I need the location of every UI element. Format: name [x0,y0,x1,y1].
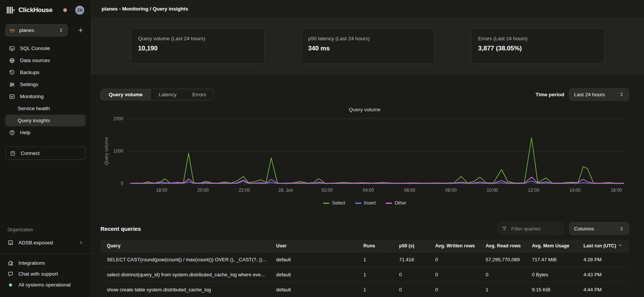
svg-text:02:00: 02:00 [321,188,333,193]
sidebar-item-label: Help [20,130,30,135]
backups-icon [9,70,15,76]
sidebar-item-label: Data sources [20,58,50,63]
svg-text:12:00: 12:00 [528,188,539,193]
chevron-right-icon [79,240,84,245]
query-cell: 57,295,770,069 [481,252,527,267]
time-period-label: Time period [536,92,564,97]
aws-icon: aws [9,28,16,33]
sidebar-footer-item-integrations[interactable]: Integrations [5,258,86,268]
stat-card: Errors (Last 24 hours)3,877 (38.05%) [471,28,605,64]
query-cell: 71.416 [395,252,431,267]
tab-errors[interactable]: Errors [184,89,214,100]
logo-text: ClickHouse [18,6,53,14]
column-header-label: Avg. Read rows [486,243,521,249]
query-cell: SELECT CAST(round(pow(count() / max(coun… [100,252,272,267]
column-header-last-run-utc-[interactable]: Last run (UTC) [579,240,629,252]
recent-queries-title: Recent queries [100,226,141,232]
organization-item[interactable]: ADSB.exposed [5,237,86,248]
query-cell: 0 [481,267,527,282]
column-header-label: Query [107,243,120,249]
service-selector[interactable]: aws planes [5,24,68,36]
svg-text:aws: aws [10,29,15,31]
column-header-avg-mem-usage[interactable]: Avg. Mem Usage [527,240,579,252]
stat-label: Errors (Last 24 hours) [478,36,597,41]
svg-text:0: 0 [121,181,123,186]
query-cell: 1 [481,282,527,297]
sidebar-footer: IntegrationsChat with supportAll systems… [5,258,86,290]
legend-label: Insert [364,200,376,206]
query-row[interactable]: show create table system.distributed_cac… [100,282,629,297]
column-header-p50-s-[interactable]: p50 (s) [395,240,431,252]
legend-item-other[interactable]: Other [382,200,410,206]
sidebar-item-backups[interactable]: Backups [5,67,86,78]
avatar[interactable]: ZN [75,6,84,15]
sidebar-item-data-sources[interactable]: Data sources [5,55,86,66]
chart-tabs: Query volumeLatencyErrors [100,89,214,100]
sql-console-icon [9,45,15,52]
column-header-label: Avg. Written rows [435,243,475,249]
recent-queries-table: QueryUserRunsp50 (s)Avg. Written rowsAvg… [100,240,629,297]
sidebar-item-monitoring[interactable]: Monitoring [5,91,86,102]
filter-queries-input[interactable] [510,226,555,232]
sidebar-footer-label: Chat with support [18,271,58,277]
filter-queries-box [497,222,564,235]
add-service-button[interactable] [75,25,86,36]
query-cell: 0 [431,252,481,267]
sidebar-footer-item-chat-with-support[interactable]: Chat with support [5,268,86,279]
column-header-user[interactable]: User [272,240,359,252]
legend-item-select[interactable]: Select [320,200,349,206]
connect-button[interactable]: Connect [5,147,86,160]
time-period-select[interactable]: Last 24 hours [569,88,629,101]
query-row[interactable]: SELECT CAST(round(pow(count() / max(coun… [100,252,629,267]
legend-item-insert[interactable]: Insert [352,200,379,206]
stat-card: Query volume (Last 24 hours)10,190 [131,28,264,64]
sidebar-item-label: Backups [20,70,39,75]
sidebar-item-sql-console[interactable]: SQL Console [5,42,86,54]
sidebar-item-help[interactable]: Help [5,127,86,138]
svg-text:04:00: 04:00 [363,188,374,193]
svg-text:Query volume: Query volume [104,137,109,165]
notification-dot[interactable] [63,8,67,12]
sidebar-item-query-insights[interactable]: Query insights [5,115,86,126]
svg-text:08:00: 08:00 [445,188,457,193]
column-header-avg-written-rows[interactable]: Avg. Written rows [431,240,481,252]
sidebar-footer-item-all-systems-operational[interactable]: All systems operational [5,279,86,290]
query-cell: 0 [431,267,481,282]
stat-label: Query volume (Last 24 hours) [138,36,257,41]
column-header-label: User [276,243,287,249]
query-cell: 1 [359,267,395,282]
chart-title: Query volume [100,107,629,112]
stat-value: 3,877 (38.05%) [478,45,597,52]
query-cell: select distrinct(query_id) from system.d… [100,267,272,282]
sidebar-item-label: Query insights [18,118,50,123]
sidebar: ClickHouse ZN aws planes SQL ConsoleData… [0,0,91,297]
tab-query-volume[interactable]: Query volume [101,89,151,100]
breadcrumb: planes - Monitoring / Query insights [91,0,644,18]
column-header-label: p50 (s) [399,243,414,249]
column-header-runs[interactable]: Runs [359,240,395,252]
sidebar-item-service-health[interactable]: Service health [5,103,86,114]
clickhouse-logo-icon[interactable] [7,7,15,14]
columns-select[interactable]: Columns [569,222,629,235]
query-cell: 0 [395,282,431,297]
sidebar-footer-label: Integrations [18,260,45,266]
organization-section-label: Organization [5,227,86,232]
column-header-avg-read-rows[interactable]: Avg. Read rows [481,240,527,252]
svg-text:1000: 1000 [113,148,123,154]
connect-label: Connect [21,150,39,156]
sidebar-item-settings[interactable]: Settings [5,79,86,90]
legend-swatch [323,203,330,204]
query-cell: 717.47 MiB [527,252,579,267]
tab-latency[interactable]: Latency [151,89,184,100]
query-cell: 4:28 PM [579,252,629,267]
query-row[interactable]: select distrinct(query_id) from system.d… [100,267,629,282]
column-header-query[interactable]: Query [100,240,272,252]
breadcrumb-text: planes - Monitoring / Query insights [102,6,188,12]
service-name: planes [19,27,55,33]
query-cell: 4:43 PM [579,267,629,282]
query-cell: 0 [395,267,431,282]
query-cell: 9.15 KiB [527,282,579,297]
legend-swatch [355,203,361,204]
column-header-label: Runs [363,243,375,249]
monitoring-icon [9,94,15,100]
